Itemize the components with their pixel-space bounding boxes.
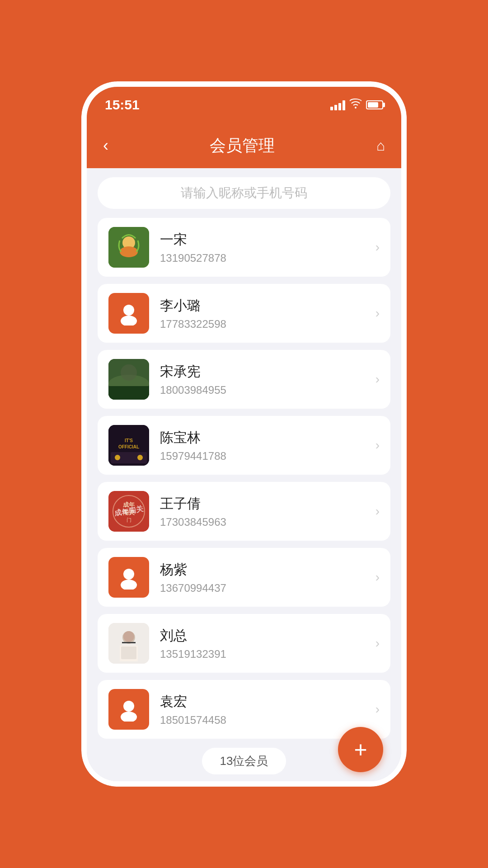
avatar	[108, 293, 149, 334]
member-info: 杨紫 13670994437	[160, 561, 375, 594]
svg-rect-8	[108, 386, 149, 400]
chevron-right-icon: ›	[375, 702, 380, 717]
app-header: ‹ 会员管理 ⌂	[87, 123, 401, 168]
svg-text:成年: 成年	[122, 501, 135, 508]
svg-point-15	[137, 455, 143, 460]
member-name: 陈宝林	[160, 429, 375, 447]
chevron-right-icon: ›	[375, 240, 380, 255]
status-time: 15:51	[105, 97, 140, 113]
svg-rect-28	[122, 642, 136, 643]
svg-point-14	[115, 455, 120, 460]
list-item[interactable]: 宋承宪 18003984955 ›	[98, 350, 390, 409]
avatar	[108, 557, 149, 598]
member-phone: 17783322598	[160, 318, 375, 330]
member-info: 李小璐 17783322598	[160, 297, 375, 330]
avatar	[108, 623, 149, 664]
list-item[interactable]: 一宋 13190527878 ›	[98, 218, 390, 277]
plus-icon: +	[354, 738, 367, 761]
svg-point-27	[123, 631, 134, 642]
member-phone: 18501574458	[160, 714, 375, 726]
main-content: 请输入昵称或手机号码	[87, 168, 401, 781]
avatar	[108, 359, 149, 400]
member-name: 杨紫	[160, 561, 375, 579]
phone-screen: 15:51 ‹ 会员管理 ⌂	[81, 81, 407, 787]
member-name: 李小璐	[160, 297, 375, 315]
svg-point-22	[121, 580, 137, 590]
signal-icon	[330, 99, 345, 110]
search-placeholder: 请输入昵称或手机号码	[181, 184, 307, 202]
member-list: 一宋 13190527878 ›	[87, 218, 401, 741]
status-icons	[330, 99, 383, 111]
member-info: 袁宏 18501574458	[160, 693, 375, 726]
avatar: IT'S OFFICIAL	[108, 425, 149, 466]
member-info: 宋承宪 18003984955	[160, 363, 375, 396]
home-icon[interactable]: ⌂	[376, 137, 385, 154]
svg-text:门: 门	[127, 517, 131, 523]
back-button[interactable]: ‹	[103, 136, 108, 155]
wifi-icon	[350, 99, 361, 111]
page-title: 会员管理	[210, 135, 275, 157]
add-member-button[interactable]: +	[338, 727, 383, 772]
svg-text:IT'S: IT'S	[125, 438, 133, 443]
member-name: 王子倩	[160, 495, 375, 513]
chevron-right-icon: ›	[375, 570, 380, 585]
avatar: 成年 闯关 门	[108, 491, 149, 532]
chevron-right-icon: ›	[375, 372, 380, 387]
member-phone: 13670994437	[160, 582, 375, 594]
member-name: 一宋	[160, 231, 375, 249]
member-name: 袁宏	[160, 693, 375, 711]
svg-point-2	[120, 246, 138, 257]
list-item[interactable]: 杨紫 13670994437 ›	[98, 548, 390, 607]
member-phone: 13190527878	[160, 252, 375, 264]
search-container: 请输入昵称或手机号码	[87, 168, 401, 218]
bottom-bar: 13位会员 +	[87, 741, 401, 781]
avatar	[108, 227, 149, 268]
member-info: 刘总 13519132391	[160, 627, 375, 660]
chevron-right-icon: ›	[375, 306, 380, 321]
member-phone: 15979441788	[160, 450, 375, 462]
list-item[interactable]: 李小璐 17783322598 ›	[98, 284, 390, 343]
list-item[interactable]: 成年 闯关 门 王子倩 17303845963 ›	[98, 482, 390, 541]
svg-point-21	[123, 569, 134, 580]
svg-point-4	[121, 316, 137, 326]
list-item[interactable]: 刘总 13519132391 ›	[98, 614, 390, 673]
battery-icon	[366, 100, 383, 109]
member-name: 刘总	[160, 627, 375, 645]
member-info: 一宋 13190527878	[160, 231, 375, 264]
member-phone: 18003984955	[160, 384, 375, 396]
chevron-right-icon: ›	[375, 636, 380, 651]
member-count-text: 13位会员	[220, 754, 268, 768]
search-bar[interactable]: 请输入昵称或手机号码	[98, 177, 390, 209]
svg-rect-26	[121, 646, 136, 659]
chevron-right-icon: ›	[375, 504, 380, 519]
svg-point-3	[123, 305, 134, 316]
svg-point-9	[121, 364, 137, 381]
svg-text:OFFICIAL: OFFICIAL	[118, 444, 139, 449]
member-info: 王子倩 17303845963	[160, 495, 375, 528]
phone-wrapper: 15:51 ‹ 会员管理 ⌂	[81, 81, 407, 787]
status-bar: 15:51	[87, 87, 401, 123]
list-item[interactable]: 袁宏 18501574458 ›	[98, 680, 390, 739]
svg-text:闯关: 闯关	[123, 509, 135, 516]
list-item[interactable]: IT'S OFFICIAL 陈宝林 15979441788 ›	[98, 416, 390, 475]
chevron-right-icon: ›	[375, 438, 380, 453]
member-info: 陈宝林 15979441788	[160, 429, 375, 462]
member-count-badge: 13位会员	[202, 748, 286, 774]
member-phone: 17303845963	[160, 516, 375, 528]
member-name: 宋承宪	[160, 363, 375, 381]
svg-point-29	[123, 701, 134, 712]
svg-rect-16	[108, 491, 149, 532]
svg-point-30	[121, 712, 137, 722]
avatar	[108, 689, 149, 730]
member-phone: 13519132391	[160, 648, 375, 660]
